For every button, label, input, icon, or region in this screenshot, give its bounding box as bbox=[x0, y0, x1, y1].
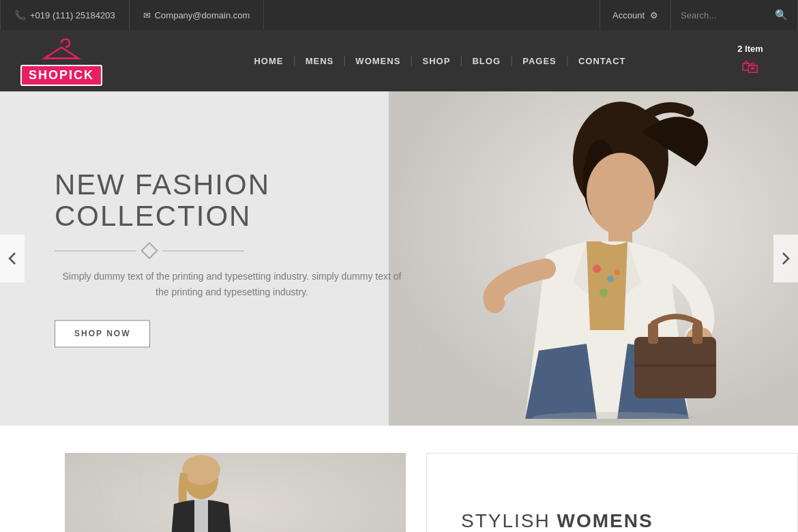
hero-content: NEW FASHION COLLECTION Simply dummy text… bbox=[55, 169, 409, 347]
search-section[interactable]: 🔍 bbox=[670, 0, 798, 30]
svg-rect-17 bbox=[634, 364, 716, 367]
search-input[interactable] bbox=[681, 10, 769, 20]
below-left-image bbox=[65, 453, 406, 532]
hero-image bbox=[389, 91, 798, 426]
hero-slider: NEW FASHION COLLECTION Simply dummy text… bbox=[0, 91, 798, 426]
nav-item-pages[interactable]: PAGES bbox=[513, 30, 566, 91]
divider-line-left bbox=[55, 250, 136, 251]
nav-item-womens[interactable]: WOMENS bbox=[346, 30, 410, 91]
account-label: Account bbox=[612, 10, 645, 20]
stylish-label-bold: WOMENS bbox=[557, 510, 653, 531]
hero-title: NEW FASHION COLLECTION bbox=[55, 169, 409, 232]
svg-point-11 bbox=[600, 289, 608, 297]
nav-item-home[interactable]: HOME bbox=[244, 30, 293, 91]
phone-number: +019 (111) 25184203 bbox=[30, 10, 115, 20]
search-button[interactable]: 🔍 bbox=[775, 9, 788, 21]
below-right-content: STYLISH WOMENS bbox=[426, 453, 798, 532]
diamond-icon bbox=[141, 242, 158, 259]
phone-icon: 📞 bbox=[14, 10, 26, 20]
top-bar: 📞 +019 (111) 25184203 ✉ Company@domain.c… bbox=[0, 0, 798, 30]
slider-next-button[interactable] bbox=[773, 235, 798, 282]
email-contact: ✉ Company@domain.com bbox=[130, 0, 265, 30]
logo-text: SHOPICK bbox=[20, 65, 102, 86]
chevron-right-icon bbox=[782, 252, 790, 265]
logo[interactable]: SHOPICK bbox=[20, 36, 102, 86]
nav-item-blog[interactable]: BLOG bbox=[462, 30, 510, 91]
hero-description: Simply dummy text of the printing and ty… bbox=[55, 269, 409, 300]
svg-rect-14 bbox=[634, 337, 716, 398]
account-section[interactable]: Account ⚙ bbox=[600, 0, 670, 30]
svg-rect-15 bbox=[648, 323, 658, 344]
model-placeholder bbox=[389, 91, 798, 426]
svg-point-18 bbox=[532, 412, 696, 423]
svg-point-10 bbox=[607, 276, 614, 282]
slider-prev-button[interactable] bbox=[0, 235, 25, 282]
stylish-label-light: STYLISH bbox=[461, 510, 550, 531]
top-bar-right: Account ⚙ 🔍 bbox=[600, 0, 798, 30]
nav-item-shop[interactable]: SHOP bbox=[413, 30, 460, 91]
nav-item-mens[interactable]: MENS bbox=[296, 30, 344, 91]
logo-area[interactable]: SHOPICK bbox=[20, 36, 157, 86]
svg-point-24 bbox=[182, 455, 220, 485]
svg-point-12 bbox=[615, 269, 620, 275]
gear-icon: ⚙ bbox=[650, 10, 658, 20]
hanger-icon bbox=[41, 36, 82, 63]
phone-contact: 📞 +019 (111) 25184203 bbox=[0, 0, 130, 30]
stylish-womens-title: STYLISH WOMENS bbox=[461, 510, 763, 532]
nav-item-contact[interactable]: CONTACT bbox=[569, 30, 636, 91]
email-icon: ✉ bbox=[143, 10, 151, 20]
top-bar-left: 📞 +019 (111) 25184203 ✉ Company@domain.c… bbox=[0, 0, 600, 30]
hero-divider bbox=[55, 245, 409, 257]
main-nav: HOME | MENS | WOMENS | SHOP | BLOG | PAG… bbox=[157, 30, 723, 91]
email-address: Company@domain.com bbox=[155, 10, 250, 20]
cart-count: 2 Item bbox=[737, 44, 763, 54]
below-model-svg bbox=[65, 453, 406, 532]
svg-rect-16 bbox=[692, 323, 703, 344]
header: SHOPICK HOME | MENS | WOMENS | SHOP | BL… bbox=[0, 30, 798, 91]
divider-line-right bbox=[162, 250, 244, 251]
svg-point-9 bbox=[593, 265, 601, 273]
below-fold-section: STYLISH WOMENS bbox=[0, 426, 798, 532]
svg-rect-25 bbox=[194, 499, 208, 532]
shop-now-button[interactable]: SHOP NOW bbox=[55, 321, 150, 348]
cart-icon[interactable]: 🛍 bbox=[741, 57, 759, 78]
svg-point-7 bbox=[587, 153, 655, 235]
chevron-left-icon bbox=[8, 252, 16, 265]
model-svg bbox=[389, 91, 798, 426]
cart-area[interactable]: 2 Item 🛍 bbox=[723, 44, 778, 78]
